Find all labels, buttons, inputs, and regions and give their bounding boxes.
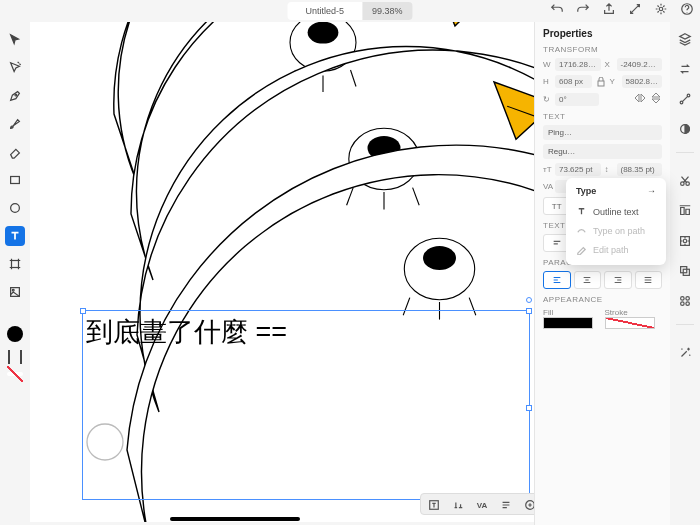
- font-family-select[interactable]: Ping…: [543, 125, 662, 140]
- line-height-icon: ↕: [605, 165, 614, 174]
- stroke-weight-icon[interactable]: [8, 350, 22, 364]
- font-size-icon: тT: [543, 165, 552, 174]
- type-popover: Type → Outline text Type on path Edit pa…: [566, 178, 666, 265]
- text-tool-icon[interactable]: [5, 226, 25, 246]
- precision-icon[interactable]: [676, 232, 694, 250]
- align-center-button[interactable]: [574, 271, 602, 289]
- right-rail: [670, 22, 700, 525]
- undo-icon[interactable]: [550, 2, 564, 16]
- properties-title: Properties: [543, 28, 662, 39]
- text-content[interactable]: 到底畫了什麼 ==: [86, 314, 287, 350]
- transform-section-label: TRANSFORM: [543, 45, 662, 54]
- path-edit-icon[interactable]: [676, 90, 694, 108]
- pen-tool-icon[interactable]: [5, 86, 25, 106]
- rotate-icon: ↻: [543, 95, 552, 104]
- svg-line-13: [351, 70, 357, 87]
- fill-color-chip[interactable]: [7, 326, 23, 342]
- area-type-icon[interactable]: [423, 496, 445, 514]
- fill-swatch[interactable]: [543, 317, 593, 329]
- svg-point-2: [15, 94, 17, 96]
- artboard-tool-icon[interactable]: [5, 254, 25, 274]
- top-bar: Untitled-5 99.38%: [0, 0, 700, 22]
- contextual-text-bar: VA: [420, 493, 544, 515]
- height-input[interactable]: 608 px: [555, 75, 592, 88]
- type-on-path-item: Type on path: [570, 221, 662, 240]
- swap-icon[interactable]: [676, 60, 694, 78]
- tracking-icon: VA: [543, 182, 552, 191]
- cut-icon[interactable]: [676, 172, 694, 190]
- flip-horizontal-icon[interactable]: [634, 92, 646, 106]
- stroke-swatch[interactable]: [605, 317, 655, 329]
- y-input[interactable]: 5802.8…: [622, 75, 662, 88]
- home-indicator: [170, 517, 300, 521]
- top-right-actions: [550, 2, 694, 16]
- svg-point-21: [423, 246, 456, 270]
- zoom-indicator[interactable]: 99.38%: [362, 2, 413, 20]
- svg-point-0: [659, 7, 663, 11]
- svg-point-42: [686, 302, 690, 306]
- kerning-icon[interactable]: VA: [471, 496, 493, 514]
- lock-aspect-icon[interactable]: [596, 77, 606, 87]
- settings-icon[interactable]: [654, 2, 668, 16]
- properties-panel: Properties TRANSFORM W1716.28… X-2409.2……: [534, 22, 670, 525]
- select-tool-icon[interactable]: [5, 30, 25, 50]
- svg-point-4: [11, 204, 20, 213]
- svg-point-10: [308, 22, 339, 44]
- rectangle-tool-icon[interactable]: [5, 170, 25, 190]
- share-icon[interactable]: [602, 2, 616, 16]
- fill-label: Fill: [543, 308, 601, 317]
- svg-point-41: [681, 302, 685, 306]
- left-toolbar: [4, 30, 26, 376]
- repeat-icon[interactable]: [676, 292, 694, 310]
- svg-rect-3: [11, 177, 20, 184]
- svg-rect-28: [598, 81, 604, 86]
- layers-icon[interactable]: [676, 30, 694, 48]
- align-justify-button[interactable]: [635, 271, 663, 289]
- redo-icon[interactable]: [576, 2, 590, 16]
- width-input[interactable]: 1716.28…: [555, 58, 601, 71]
- font-weight-select[interactable]: Regu…: [543, 144, 662, 159]
- eraser-tool-icon[interactable]: [5, 142, 25, 162]
- align-icon[interactable]: [676, 202, 694, 220]
- rotate-input[interactable]: 0°: [555, 93, 599, 106]
- help-icon[interactable]: [680, 2, 694, 16]
- align-right-button[interactable]: [604, 271, 632, 289]
- direct-select-tool-icon[interactable]: [5, 58, 25, 78]
- svg-point-36: [683, 239, 687, 243]
- text-section-label: TEXT: [543, 112, 662, 121]
- svg-line-19: [413, 188, 420, 206]
- fullscreen-icon[interactable]: [628, 2, 642, 16]
- magic-icon[interactable]: [676, 344, 694, 362]
- brush-tool-icon[interactable]: [5, 114, 25, 134]
- line-height-input[interactable]: (88.35 pt): [617, 163, 663, 176]
- place-image-tool-icon[interactable]: [5, 282, 25, 302]
- popover-title: Type: [576, 186, 596, 196]
- align-left-button[interactable]: [543, 271, 571, 289]
- font-size-input[interactable]: 73.625 pt: [555, 163, 601, 176]
- outline-text-item[interactable]: Outline text: [570, 202, 662, 221]
- popover-expand-icon[interactable]: →: [647, 186, 656, 196]
- stroke-label: Stroke: [605, 308, 663, 317]
- edit-path-item: Edit path: [570, 240, 662, 259]
- canvas[interactable]: 到底畫了什麼 ==: [30, 22, 534, 522]
- x-input[interactable]: -2409.2…: [617, 58, 663, 71]
- document-tabs: Untitled-5 99.38%: [287, 2, 412, 20]
- paragraph-icon[interactable]: [495, 496, 517, 514]
- svg-line-17: [347, 188, 354, 206]
- appearance-section-label: APPEARANCE: [543, 295, 662, 304]
- svg-rect-5: [12, 261, 19, 268]
- ellipse-tool-icon[interactable]: [5, 198, 25, 218]
- svg-point-40: [686, 297, 690, 301]
- opacity-icon[interactable]: [676, 120, 694, 138]
- document-tab[interactable]: Untitled-5: [287, 2, 362, 20]
- font-size-icon[interactable]: [447, 496, 469, 514]
- flip-vertical-icon[interactable]: [650, 92, 662, 106]
- svg-point-39: [681, 297, 685, 301]
- svg-point-7: [12, 289, 14, 291]
- pathfinder-icon[interactable]: [676, 262, 694, 280]
- no-stroke-icon[interactable]: [7, 372, 23, 376]
